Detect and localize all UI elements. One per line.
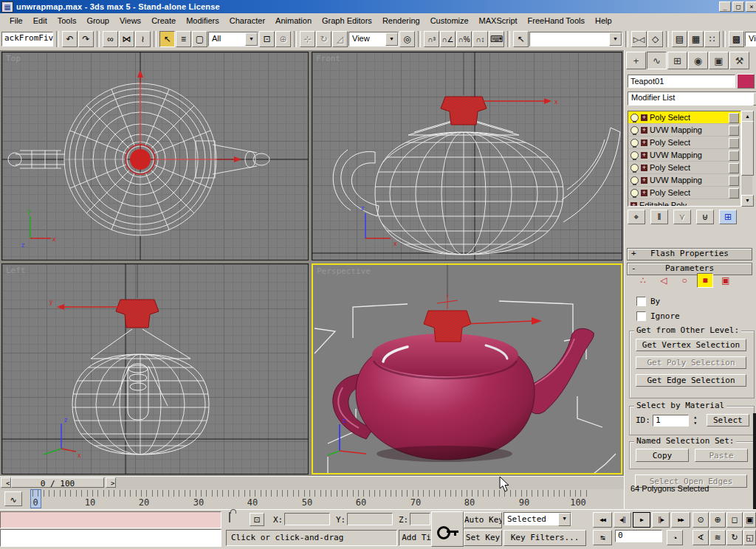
viewport-front[interactable]: Front [312,52,622,260]
go-to-start-button[interactable]: ◀◀ [593,512,612,528]
remove-modifier-icon[interactable]: ⊎ [696,210,714,224]
scroll-down-icon[interactable]: ▼ [741,195,754,207]
vertex-subobject-icon[interactable]: ∴ [635,273,651,288]
viewport-left[interactable]: Left [1,263,309,474]
polygon-subobject-icon[interactable]: ■ [697,273,713,288]
menu-create[interactable]: Create [146,15,181,27]
track-bar[interactable]: ∿ 0 10 20 30 40 50 60 70 80 90 100 [0,489,624,510]
prev-frame-arrow[interactable]: < [1,477,11,488]
keyboard-override-toggle[interactable]: ⌨ [489,31,504,47]
selection-lock-button[interactable] [229,513,230,522]
minimize-button[interactable]: _ [719,1,731,12]
menu-maxscript[interactable]: MAXScript [474,15,523,27]
expand-icon[interactable]: + [641,139,647,146]
set-key-button[interactable]: Set Key [464,530,502,546]
menu-graph-editors[interactable]: Graph Editors [317,15,377,27]
spin-down-icon[interactable]: ▼ [691,421,700,427]
dropdown-arrow-icon[interactable]: ▼ [558,513,571,526]
spin-up-icon[interactable]: ▲ [691,415,700,421]
active-toggle[interactable] [729,125,739,136]
tab-display-icon[interactable]: ▣ [709,52,729,69]
close-button[interactable]: × [746,1,756,12]
menu-customize[interactable]: Customize [425,15,474,27]
maxscript-mini-listener[interactable] [0,511,221,528]
get-edge-selection-button[interactable]: Get Edge Selection [636,374,746,387]
visibility-bulb-icon[interactable] [630,114,639,122]
zoom-all-icon[interactable]: ⊕ [709,512,726,528]
key-mode-toggle[interactable]: ↹ [593,530,612,545]
object-name-field[interactable]: Teapot01 [628,75,735,88]
tab-utilities-icon[interactable]: ⚒ [729,52,749,69]
reference-coordsys-dropdown[interactable]: View▼ [348,32,399,46]
expand-icon[interactable]: + [641,190,647,196]
pan-icon[interactable]: ≋ [709,530,726,545]
material-editor-button[interactable]: ∷ [704,31,720,47]
visibility-bulb-icon[interactable] [630,189,639,197]
tab-hierarchy-icon[interactable]: ⊞ [667,52,687,69]
stack-row[interactable]: + UVW Mapping [628,124,740,137]
zoom-extents-all-icon[interactable]: ▣ [743,512,756,528]
active-toggle[interactable] [729,113,739,123]
menu-modifiers[interactable]: Modifiers [181,15,224,27]
auto-key-button[interactable]: Auto Key [464,512,502,528]
edge-subobject-icon[interactable]: ◁ [656,273,672,288]
restore-button[interactable]: □ [732,1,744,12]
render-type-dropdown[interactable]: View [745,32,756,46]
expand-icon[interactable]: + [641,114,647,121]
select-by-name-button[interactable]: ≡ [176,31,191,47]
show-end-result-icon[interactable]: ‖ [650,210,668,224]
visibility-bulb-icon[interactable] [630,126,639,134]
menu-help[interactable]: Help [590,15,617,27]
active-toggle[interactable] [729,176,739,186]
go-to-end-button[interactable]: ▶▶ [671,512,690,528]
border-subobject-icon[interactable]: ○ [676,273,693,288]
snap-angle-toggle[interactable]: ∩∠ [440,31,456,47]
play-button[interactable]: ▶ [633,512,650,528]
active-toggle[interactable] [729,188,739,198]
curve-editor-button[interactable]: ▤ [672,31,687,47]
key-filters-button[interactable]: Key Filters... [504,530,586,546]
min-max-toggle-icon[interactable]: ◱ [743,530,756,545]
configure-modifier-sets-icon[interactable]: ⊞ [719,210,737,224]
expand-icon[interactable]: + [641,152,647,159]
expand-icon[interactable]: + [641,165,647,171]
field-of-view-icon[interactable]: ∢ [693,530,709,545]
stack-row[interactable]: + Poly Select [628,162,740,174]
menu-edit[interactable]: Edit [28,15,52,27]
stack-row[interactable]: + UVW Mapping [628,149,740,162]
title-bar[interactable]: ▦ unwrapmap.max - 3ds max 5 - Stand-alon… [0,0,756,13]
visibility-bulb-icon[interactable] [630,151,639,159]
dropdown-arrow-icon[interactable]: ▼ [609,32,622,46]
maxscript-listener-line[interactable] [0,529,221,547]
id-spinner[interactable]: ▲ ▼ [691,415,700,427]
ignore-backfacing-checkbox[interactable] [636,311,646,321]
expand-icon[interactable]: + [641,127,647,134]
snap-percent-toggle[interactable]: ∩% [456,31,472,47]
menu-animation[interactable]: Animation [270,15,317,27]
visibility-bulb-icon[interactable] [630,164,639,172]
time-configuration-button[interactable]: ◔ [667,530,683,545]
next-frame-arrow[interactable]: > [106,477,116,488]
mirror-button[interactable]: ▷◁ [631,31,647,47]
arc-rotate-icon[interactable]: ↻ [726,530,743,545]
select-manipulate-button[interactable]: ⊕ [275,31,291,47]
menu-tools[interactable]: Tools [52,15,82,27]
visibility-bulb-icon[interactable] [630,176,639,184]
make-unique-icon[interactable]: ⋎ [673,210,691,224]
stack-row[interactable]: + Editable Poly [628,199,740,207]
history-field[interactable]: ackFromFiv [1,32,53,46]
select-link-icon[interactable]: ∞ [103,31,118,47]
use-center-button[interactable]: ◎ [399,31,415,47]
next-frame-button[interactable]: ‖▶ [652,512,670,528]
named-selections-dropdown[interactable]: ▼ [529,32,622,46]
menu-group[interactable]: Group [81,15,114,27]
stack-row[interactable]: + Poly Select [628,187,740,199]
key-mode-dropdown[interactable]: Selected ▼ [504,512,571,525]
menu-rendering[interactable]: Rendering [377,15,425,27]
move-button[interactable]: ⊹ [300,31,315,47]
stack-row[interactable]: + UVW Mapping [628,174,740,187]
window-crossing-toggle[interactable]: ⊡ [259,31,275,47]
previous-frame-button[interactable]: ◀‖ [614,512,631,528]
z-coordinate-field[interactable] [410,513,430,525]
get-vertex-selection-button[interactable]: Get Vertex Selection [636,339,746,351]
